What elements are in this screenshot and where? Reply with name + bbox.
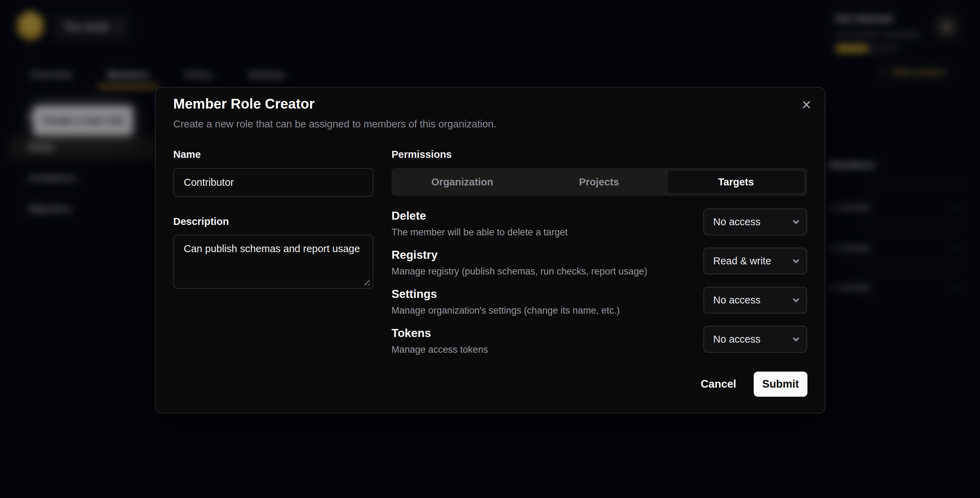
tokens-access-select[interactable]: No access	[703, 326, 807, 353]
cancel-button[interactable]: Cancel	[701, 378, 736, 390]
role-form-left-column: Name Contributor Description Can publish…	[173, 149, 373, 289]
tab-targets[interactable]: Targets	[667, 170, 805, 194]
permission-description: Manage registry (publish schemas, run ch…	[391, 265, 647, 278]
select-value: Read & write	[713, 255, 771, 267]
permission-row-registry: Registry Manage registry (publish schema…	[391, 248, 807, 287]
dialog-title: Member Role Creator	[173, 96, 315, 112]
chevron-down-icon	[793, 218, 799, 224]
permission-row-settings: Settings Manage organization's settings …	[391, 287, 807, 326]
description-textarea[interactable]: Can publish schemas and report usage	[173, 235, 373, 289]
tab-organization[interactable]: Organization	[394, 170, 530, 194]
permission-description: The member will be able to delete a targ…	[391, 226, 568, 239]
permission-title: Settings	[391, 287, 620, 301]
permissions-tabbar: Organization Projects Targets	[391, 168, 807, 196]
dialog-subtitle: Create a new role that can be assigned t…	[173, 118, 496, 130]
settings-access-select[interactable]: No access	[703, 287, 807, 313]
tab-projects[interactable]: Projects	[530, 170, 667, 194]
permission-title: Delete	[391, 208, 568, 223]
chevron-down-icon	[793, 335, 799, 341]
member-role-creator-dialog: ✕ Member Role Creator Create a new role …	[155, 87, 825, 414]
chevron-down-icon	[793, 257, 799, 263]
description-label: Description	[173, 216, 373, 228]
close-icon[interactable]: ✕	[798, 97, 815, 113]
select-value: No access	[713, 334, 760, 345]
permission-row-tokens: Tokens Manage access tokens No access	[391, 326, 807, 365]
select-value: No access	[713, 216, 760, 228]
permissions-column: Permissions Organization Projects Target…	[391, 149, 807, 365]
submit-button[interactable]: Submit	[754, 372, 807, 397]
select-value: No access	[713, 294, 760, 306]
permission-description: Manage access tokens	[391, 343, 488, 356]
permission-title: Tokens	[391, 326, 488, 340]
permission-row-delete: Delete The member will be able to delete…	[391, 208, 807, 248]
delete-access-select[interactable]: No access	[703, 208, 807, 235]
name-input[interactable]: Contributor	[173, 168, 373, 197]
description-value: Can publish schemas and report usage	[184, 243, 360, 254]
dialog-footer: Cancel Submit	[701, 372, 807, 397]
app-root: The Guild Get Started 4 of 8 tasks compl…	[0, 0, 980, 498]
chevron-down-icon	[793, 296, 799, 302]
permission-rows: Delete The member will be able to delete…	[391, 208, 807, 365]
permission-title: Registry	[391, 248, 647, 262]
resize-handle[interactable]	[364, 279, 370, 285]
permission-description: Manage organization's settings (change i…	[391, 304, 620, 317]
name-label: Name	[173, 149, 373, 160]
permissions-label: Permissions	[391, 149, 807, 160]
registry-access-select[interactable]: Read & write	[703, 248, 807, 275]
